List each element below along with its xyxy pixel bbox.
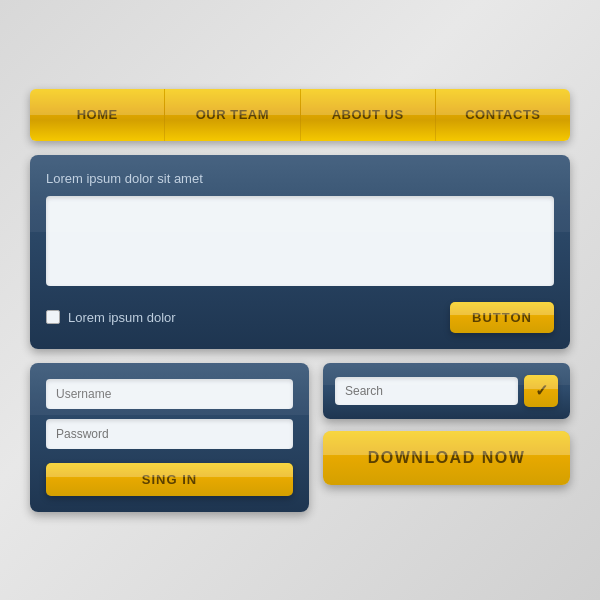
download-button[interactable]: DOWNLOAD NOW [323, 431, 570, 485]
navbar: HOME OUR TEAM ABOUT US CONTACTS [30, 89, 570, 141]
nav-item-home[interactable]: HOME [30, 89, 165, 141]
signin-button[interactable]: SING IN [46, 463, 293, 496]
username-input[interactable] [46, 379, 293, 409]
search-check-button[interactable]: ✓ [524, 375, 558, 407]
login-panel: SING IN [30, 363, 309, 512]
form-panel: Lorem ipsum dolor sit amet Lorem ipsum d… [30, 155, 570, 349]
form-label: Lorem ipsum dolor sit amet [46, 171, 554, 186]
form-bottom: Lorem ipsum dolor BUTTON [46, 302, 554, 333]
form-button[interactable]: BUTTON [450, 302, 554, 333]
right-panel: ✓ DOWNLOAD NOW [323, 363, 570, 512]
search-bar-wrap: ✓ [323, 363, 570, 419]
main-container: HOME OUR TEAM ABOUT US CONTACTS Lorem ip… [30, 89, 570, 512]
form-textarea[interactable] [46, 196, 554, 286]
nav-item-about-us[interactable]: ABOUT US [301, 89, 436, 141]
checkbox-label[interactable]: Lorem ipsum dolor [46, 310, 176, 325]
nav-item-our-team[interactable]: OUR TEAM [165, 89, 300, 141]
nav-item-contacts[interactable]: CONTACTS [436, 89, 570, 141]
password-input[interactable] [46, 419, 293, 449]
bottom-row: SING IN ✓ DOWNLOAD NOW [30, 363, 570, 512]
checkbox-box[interactable] [46, 310, 60, 324]
search-input[interactable] [335, 377, 518, 405]
